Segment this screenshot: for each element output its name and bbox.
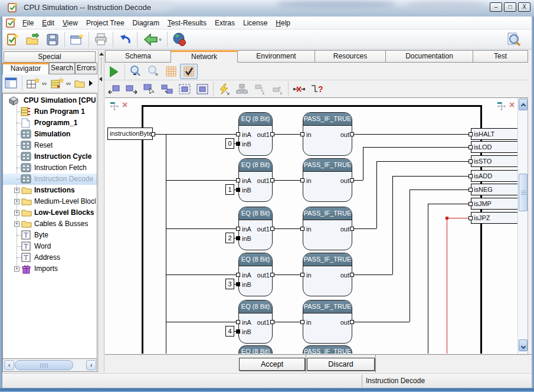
tree-horizontal-scrollbar[interactable]: ‹ › bbox=[2, 359, 97, 372]
tree-item-medium-level-blocks[interactable]: + Medium-Level Blocks bbox=[3, 196, 97, 207]
container-block-button[interactable] bbox=[194, 81, 211, 97]
output-label-issto[interactable]: isSTO bbox=[471, 155, 518, 167]
port-out[interactable] bbox=[350, 178, 354, 182]
input-port[interactable] bbox=[469, 132, 473, 136]
move-view-icon[interactable] bbox=[110, 102, 119, 113]
port-inb[interactable] bbox=[236, 282, 240, 286]
connection-up-button[interactable]: ± bbox=[268, 81, 286, 97]
scrollbar-thumb[interactable] bbox=[519, 174, 528, 211]
scrollbar-thumb[interactable] bbox=[15, 360, 73, 370]
validate-connection-button[interactable]: ? bbox=[308, 81, 326, 97]
menu-diagram[interactable]: Diagram bbox=[129, 18, 163, 28]
panel-splitter[interactable] bbox=[98, 50, 104, 373]
folder-button[interactable] bbox=[73, 75, 87, 92]
port-ina[interactable] bbox=[236, 178, 240, 182]
eq-block-partial[interactable]: EQ (8 Bit) bbox=[238, 345, 273, 354]
tab-environment[interactable]: Environment bbox=[238, 50, 315, 63]
menu-extras[interactable]: Extras bbox=[211, 18, 239, 28]
canvas-vertical-scrollbar[interactable] bbox=[517, 98, 528, 354]
output-port[interactable] bbox=[151, 132, 155, 136]
delete-icon[interactable]: × bbox=[509, 100, 515, 110]
input-port[interactable] bbox=[469, 188, 473, 192]
special-panel-tab[interactable]: Special bbox=[4, 51, 96, 63]
grid-snap-button[interactable] bbox=[180, 64, 198, 79]
new-window-button[interactable] bbox=[67, 31, 87, 48]
title-bar[interactable]: CPU Simulation -- Instruction Decode – □… bbox=[0, 0, 534, 17]
port-inb[interactable] bbox=[236, 236, 240, 240]
expand-icon[interactable]: + bbox=[14, 266, 19, 272]
menu-view[interactable]: View bbox=[58, 18, 82, 28]
tab-network[interactable]: Network bbox=[171, 50, 238, 63]
input-port[interactable] bbox=[469, 216, 473, 220]
port-out[interactable] bbox=[350, 227, 354, 231]
port-out1[interactable] bbox=[270, 178, 274, 182]
port-inb[interactable] bbox=[236, 142, 240, 146]
expand-icon[interactable]: + bbox=[14, 199, 19, 204]
run-play-button[interactable] bbox=[105, 64, 123, 79]
eq-block[interactable]: EQ (8 Bit) inA inB out1 bbox=[238, 207, 273, 250]
expand-icon[interactable]: + bbox=[14, 188, 19, 193]
port-inb[interactable] bbox=[236, 188, 240, 192]
connection-down-button[interactable]: ± bbox=[251, 81, 268, 97]
accept-button[interactable]: Accept bbox=[239, 358, 305, 371]
tree-item-address[interactable]: T Address bbox=[3, 252, 97, 263]
delete-icon[interactable]: × bbox=[122, 100, 127, 110]
tree-item-instruction-fetch[interactable]: Instruction Fetch bbox=[3, 162, 97, 174]
tree-item-simulation[interactable]: Simulation bbox=[3, 129, 97, 140]
maximize-button[interactable]: □ bbox=[504, 2, 516, 12]
open-folder-button[interactable] bbox=[22, 31, 42, 48]
port-out[interactable] bbox=[350, 273, 354, 277]
port-ina[interactable] bbox=[236, 320, 240, 324]
scroll-left-button[interactable]: ‹ bbox=[4, 360, 14, 370]
expand-icon[interactable]: + bbox=[14, 221, 19, 227]
port-ina[interactable] bbox=[236, 132, 240, 136]
output-label-isadd[interactable]: isADD bbox=[471, 170, 518, 182]
expand-icon[interactable]: + bbox=[14, 210, 19, 215]
run-globe-button[interactable] bbox=[169, 31, 189, 48]
new-diagram-button[interactable]: vv bbox=[24, 75, 48, 92]
constant-box[interactable]: 2 bbox=[225, 233, 234, 243]
tree-item-programm-1[interactable]: Programm_1 bbox=[3, 117, 97, 129]
port-out1[interactable] bbox=[270, 320, 274, 324]
tab-search[interactable]: Search bbox=[49, 63, 75, 74]
undo-button[interactable] bbox=[115, 31, 135, 48]
tab-schema[interactable]: Schema bbox=[105, 50, 171, 63]
network-diagram-canvas[interactable]: instructionByte EQ (8 Bit) inA inB out1 … bbox=[105, 98, 528, 354]
tree-item-instruction-cycle[interactable]: Instruction Cycle bbox=[3, 151, 97, 162]
new-check-document-button[interactable] bbox=[2, 31, 22, 48]
back-dropdown-chevron[interactable]: v bbox=[159, 37, 162, 42]
scroll-down-button[interactable] bbox=[519, 339, 528, 351]
pass-if-true-block[interactable]: PASS_IF_TRUE in out bbox=[303, 300, 352, 344]
auto-connect-button[interactable] bbox=[215, 81, 233, 97]
tree-item-imports[interactable]: + Imports bbox=[3, 263, 97, 275]
constant-box[interactable]: 3 bbox=[225, 279, 234, 289]
grid-button[interactable] bbox=[162, 64, 180, 79]
tree-item-instructions[interactable]: + Instructions bbox=[3, 185, 97, 196]
pass-if-true-block[interactable]: PASS_IF_TRUE in out bbox=[303, 253, 352, 296]
input-port[interactable] bbox=[469, 159, 473, 164]
tree-item-word[interactable]: T Word bbox=[3, 241, 97, 252]
tab-test[interactable]: Test bbox=[473, 50, 528, 63]
frame-block-button[interactable] bbox=[176, 81, 194, 97]
duplicate-block-button[interactable] bbox=[158, 81, 176, 97]
close-button[interactable]: X bbox=[518, 2, 530, 12]
menu-license[interactable]: License bbox=[239, 18, 271, 28]
tree-item-reset[interactable]: Reset bbox=[3, 140, 97, 151]
input-port[interactable] bbox=[469, 202, 473, 206]
search-button[interactable] bbox=[503, 31, 523, 48]
pass-if-true-block[interactable]: PASS_IF_TRUE in out bbox=[303, 158, 352, 202]
tree-item-byte[interactable]: T Byte bbox=[3, 230, 97, 241]
menu-edit[interactable]: Edit bbox=[38, 18, 58, 28]
tree-item-instruction-decode-selected[interactable]: Instruction Decode bbox=[3, 174, 97, 185]
port-out[interactable] bbox=[350, 320, 354, 324]
dropdown-chevron[interactable]: vv bbox=[66, 81, 71, 86]
pass-if-true-block-partial[interactable]: PASS_IF_TRUE bbox=[303, 345, 352, 354]
input-port[interactable] bbox=[469, 145, 473, 149]
dropdown-chevron[interactable]: vv bbox=[42, 81, 47, 86]
new-table-button[interactable]: vv bbox=[48, 75, 73, 92]
output-label-isneg[interactable]: isNEG bbox=[471, 184, 518, 195]
port-inb[interactable] bbox=[236, 329, 240, 334]
minimize-button[interactable]: – bbox=[490, 2, 502, 12]
constant-box[interactable]: 4 bbox=[225, 326, 234, 337]
port-out1[interactable] bbox=[270, 273, 274, 277]
